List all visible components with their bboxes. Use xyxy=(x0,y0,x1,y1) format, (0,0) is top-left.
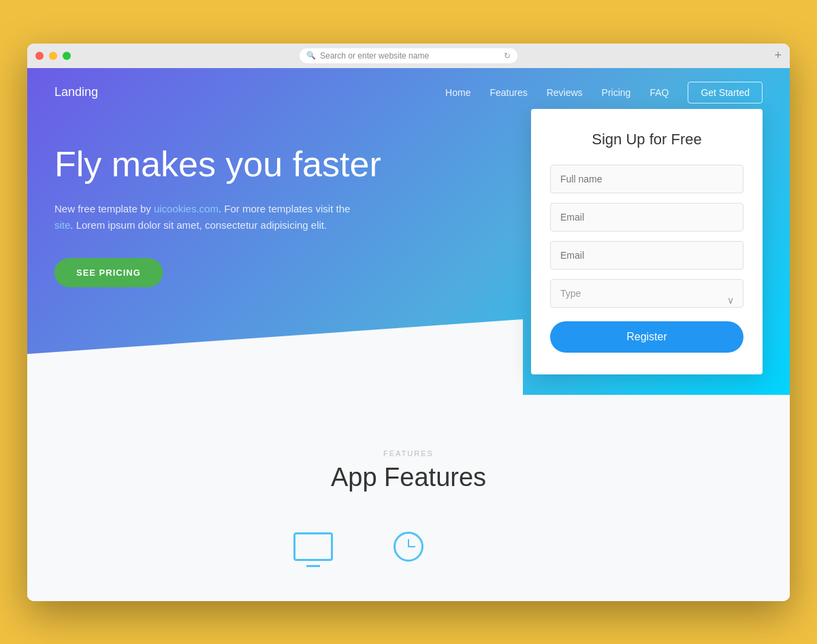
nav-features[interactable]: Features xyxy=(490,87,527,98)
feature-icon-monitor xyxy=(293,533,334,560)
hero-title: Fly makes you faster xyxy=(54,144,419,185)
refresh-icon[interactable]: ↻ xyxy=(504,51,511,61)
maximize-button[interactable] xyxy=(63,52,71,60)
clock-icon xyxy=(388,533,429,560)
nav-faq[interactable]: FAQ xyxy=(650,87,669,98)
mac-window: 🔍 Search or enter website name ↻ + Landi… xyxy=(27,44,790,601)
email-input-1[interactable] xyxy=(550,203,743,231)
signup-card: Sign Up for Free Type Register xyxy=(531,109,763,374)
hero-content: Fly makes you faster New free template b… xyxy=(27,117,447,329)
hero-section: Landing Home Features Reviews Pricing FA… xyxy=(27,68,790,395)
see-pricing-button[interactable]: SEE PRICING xyxy=(54,258,163,287)
type-select-wrapper: Type xyxy=(550,279,743,321)
search-icon: 🔍 xyxy=(306,51,316,60)
hero-subtitle-text1: New free template by xyxy=(54,203,154,214)
hero-subtitle-text3: . Lorem ipsum dolor sit amet, consectetu… xyxy=(70,219,327,231)
hero-subtitle: New free template by uicookies.com. For … xyxy=(54,201,361,234)
site-content: Landing Home Features Reviews Pricing FA… xyxy=(27,68,790,601)
hero-subtitle-text2: . For more templates visit the xyxy=(219,203,350,214)
fullname-input[interactable] xyxy=(550,165,743,193)
url-text: Search or enter website name xyxy=(320,51,500,61)
feature-icon-clock xyxy=(388,533,429,560)
nav-brand: Landing xyxy=(54,85,98,99)
email-input-2[interactable] xyxy=(550,241,743,270)
monitor-icon xyxy=(293,533,334,560)
features-label: FEATURES xyxy=(54,449,763,457)
hero-link-site[interactable]: site xyxy=(54,219,70,231)
nav-home[interactable]: Home xyxy=(445,87,470,98)
clock-shape xyxy=(394,532,423,562)
close-button[interactable] xyxy=(35,52,44,60)
get-started-button[interactable]: Get Started xyxy=(688,82,763,103)
nav-links: Home Features Reviews Pricing FAQ Get St… xyxy=(445,82,763,103)
mac-traffic-lights xyxy=(35,52,71,60)
new-tab-button[interactable]: + xyxy=(774,48,782,63)
features-title: App Features xyxy=(54,463,763,492)
signup-title: Sign Up for Free xyxy=(550,131,743,148)
url-bar[interactable]: 🔍 Search or enter website name ↻ xyxy=(300,48,517,63)
features-icons-row xyxy=(54,533,763,574)
mac-titlebar: 🔍 Search or enter website name ↻ + xyxy=(27,44,790,68)
type-select[interactable]: Type xyxy=(550,279,743,308)
hero-link-uicookies[interactable]: uicookies.com xyxy=(154,203,219,214)
register-button[interactable]: Register xyxy=(550,321,743,353)
minimize-button[interactable] xyxy=(49,52,57,60)
watermark: www.heritagechristiancollege.com xyxy=(34,384,127,391)
nav-reviews[interactable]: Reviews xyxy=(547,87,583,98)
feature-icon-third xyxy=(483,533,524,560)
nav-pricing[interactable]: Pricing xyxy=(602,87,631,98)
third-icon xyxy=(483,533,524,560)
monitor-shape xyxy=(293,532,333,561)
